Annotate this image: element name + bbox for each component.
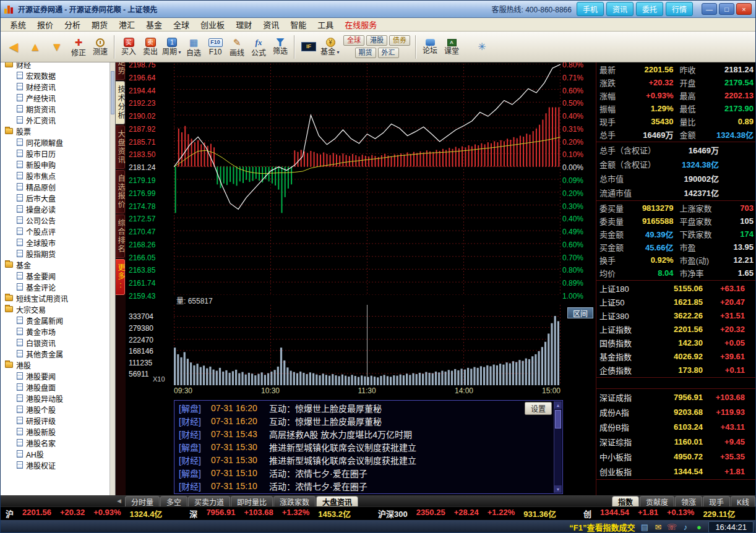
tree-item[interactable]: 港股名家 (1, 437, 110, 448)
quote-group-sz[interactable]: 深7956.91+103.68+1.32%1453.2亿 (189, 508, 351, 519)
tree-item[interactable]: 港股 (1, 359, 110, 370)
sidebar-scrollbar[interactable] (110, 62, 115, 495)
toolbar-button-index-futures[interactable]: IF (298, 33, 319, 61)
menu-item-global[interactable]: 全球 (168, 17, 195, 32)
tree-item[interactable]: 外汇资讯 (1, 114, 110, 126)
quick-button-mobile[interactable]: 手机 (577, 2, 604, 16)
view-tab-more[interactable]: 更多: (116, 259, 125, 295)
close-button[interactable]: × (736, 3, 752, 15)
tree-item[interactable]: 股指期货 (1, 248, 110, 259)
menu-item-futures[interactable]: 期货 (86, 17, 113, 32)
quote-group-chinext[interactable]: 创1344.54+1.81+0.13%229.11亿 (583, 508, 735, 519)
menu-item-fund[interactable]: 基金 (140, 17, 168, 32)
toolbar-button-bond[interactable]: 债券 (389, 35, 410, 46)
range-button[interactable]: 区间 (567, 307, 593, 318)
right-tab-contribution[interactable]: 贡献度 (640, 496, 674, 506)
quick-button-info[interactable]: 资讯 (606, 2, 634, 16)
restore-button[interactable]: □ (719, 3, 734, 15)
index-row[interactable]: 创业板指1344.54+1.81 (596, 464, 756, 479)
index-row[interactable]: 深证成指7956.91+103.68 (596, 390, 756, 404)
menu-item-quote[interactable]: 报价 (32, 17, 59, 32)
bottom-tab-market-news[interactable]: 大盘资讯 (316, 496, 358, 506)
tree-item[interactable]: 后市大盘 (1, 192, 110, 203)
tree-item[interactable]: 基金评论 (1, 281, 110, 292)
volume-plot[interactable] (174, 305, 561, 385)
index-row[interactable]: 上证1805155.06+63.16 (596, 281, 756, 295)
tree-item[interactable]: 港股新股 (1, 426, 110, 437)
tree-item[interactable]: 财经资讯 (1, 81, 110, 92)
tree-item[interactable]: 财经 (1, 62, 110, 70)
news-item[interactable]: [解盘]07-31 16:20互动：惊爆世上脸皮最厚董秘 (175, 401, 553, 414)
bottom-tab-minute-volume[interactable]: 分时量 (125, 496, 160, 506)
news-settings-button[interactable]: 设置 (525, 402, 552, 415)
tree-item[interactable]: 精品原创 (1, 181, 110, 192)
news-scrollbar-thumb[interactable] (555, 410, 561, 429)
right-tab-leaders[interactable]: 领涨 (675, 496, 702, 506)
menu-item-hk-fx[interactable]: 港汇 (113, 17, 140, 32)
toolbar-button-forward[interactable]: ▼ (46, 33, 67, 61)
index-row[interactable]: 成份B指6103.24+43.11 (596, 419, 756, 434)
menu-item-online-service[interactable]: 在线服务 (339, 17, 382, 32)
signal-icon[interactable]: ● (694, 522, 704, 532)
toolbar-button-global[interactable]: 全球 (343, 35, 364, 46)
tree-item[interactable]: 产经快讯 (1, 92, 110, 103)
menu-item-news[interactable]: 资讯 (257, 17, 285, 32)
tree-item[interactable]: 其他贵金属 (1, 348, 110, 359)
view-tab-market-info[interactable]: 大盘资讯 (116, 126, 125, 169)
index-row[interactable]: 深证综指1160.01+9.45 (596, 434, 756, 449)
index-row[interactable]: 上证501621.85+20.47 (596, 295, 756, 309)
tree-item[interactable]: 股票 (1, 126, 110, 137)
intraday-plot[interactable] (174, 64, 561, 295)
tree-item[interactable]: 港股权证 (1, 459, 110, 471)
menu-item-chinext[interactable]: 创业板 (195, 17, 230, 32)
tree-item[interactable]: 研报评级 (1, 415, 110, 426)
tree-item[interactable]: 股市日历 (1, 148, 110, 159)
sidebar-scrollbar-thumb[interactable] (111, 71, 114, 114)
quote-group-sh[interactable]: 沪2201.56+20.32+0.93%1324.4亿 (6, 508, 162, 519)
news-item[interactable]: [解盘]07-31 15:10活动：浓情七夕·爱在圈子 (175, 466, 553, 479)
right-tab-current-volume[interactable]: 现手 (703, 496, 730, 506)
minimize-button[interactable]: — (702, 3, 717, 15)
tree-item[interactable]: 港股盘面 (1, 382, 110, 393)
tree-item[interactable]: 白银资讯 (1, 337, 110, 348)
tree-item[interactable]: 全球股市 (1, 237, 110, 248)
toolbar-button-watchlist[interactable]: ▦自选 (183, 33, 204, 61)
tree-item[interactable]: 港股异动股 (1, 393, 110, 404)
index-row[interactable]: 中小板指4950.72+35.35 (596, 449, 756, 464)
quick-button-trade[interactable]: 委托 (636, 2, 663, 16)
tree-item[interactable]: 期货资讯 (1, 103, 110, 114)
tree-item[interactable]: 港股个股 (1, 404, 110, 415)
view-tab-watchlist-quotes[interactable]: 自选报价 (116, 170, 125, 213)
tree-item[interactable]: 新股申购 (1, 159, 110, 170)
index-row[interactable]: 基金指数4026.92+39.61 (596, 349, 756, 363)
news-item[interactable]: [财经]07-31 15:10活动：浓情七夕·爱在圈子 (175, 479, 553, 492)
tree-item[interactable]: 港股要闻 (1, 370, 110, 382)
tree-item[interactable]: 公司公告 (1, 215, 110, 226)
menu-item-system[interactable]: 系统 (4, 17, 32, 32)
mail-icon[interactable]: ✉ (653, 522, 663, 532)
tree-item[interactable]: 操盘必读 (1, 203, 110, 215)
tree-item[interactable]: 贵金属新闻 (1, 315, 110, 326)
quick-button-quotes[interactable]: 行情 (666, 2, 693, 16)
quote-group-hs300[interactable]: 沪深3002350.25+28.24+1.22%931.36亿 (378, 508, 556, 519)
menu-item-tools[interactable]: 工具 (312, 17, 339, 32)
tree-item[interactable]: 股市焦点 (1, 170, 110, 181)
tree-item[interactable]: 个股点评 (1, 226, 110, 237)
toolbar-button-screener[interactable]: 筛选 (270, 33, 291, 61)
menu-item-smart[interactable]: 智能 (285, 17, 312, 32)
index-row[interactable]: 成份A指9203.68+119.93 (596, 404, 756, 419)
toolbar-button-home[interactable]: ▲ (25, 33, 46, 61)
scroll-up-icon[interactable]: ▲ (554, 401, 562, 409)
tree-item[interactable]: 基金 (1, 259, 110, 270)
right-tab-kline[interactable]: K线 (731, 496, 755, 506)
toolbar-button-back[interactable]: ◀ (3, 33, 24, 61)
tree-item[interactable]: 同花顺解盘 (1, 137, 110, 148)
toolbar-button-draw-line[interactable]: ✎画线 (226, 33, 247, 61)
news-item[interactable]: [财经]07-31 16:20互动：惊爆世上脸皮最厚董秘 (175, 414, 553, 427)
phone-icon[interactable]: ☏ (666, 522, 677, 532)
toolbar-button-classroom[interactable]: A课堂 (441, 33, 462, 61)
view-tab-ranking[interactable]: 综合排名 (116, 215, 125, 258)
news-item[interactable]: [财经]07-31 15:43高层拯救A股 放水力度堪比4万亿时期 (175, 427, 553, 440)
toolbar-button-f10[interactable]: F10F10 (205, 33, 226, 61)
toolbar-button-hk[interactable]: 港股 (366, 35, 387, 46)
